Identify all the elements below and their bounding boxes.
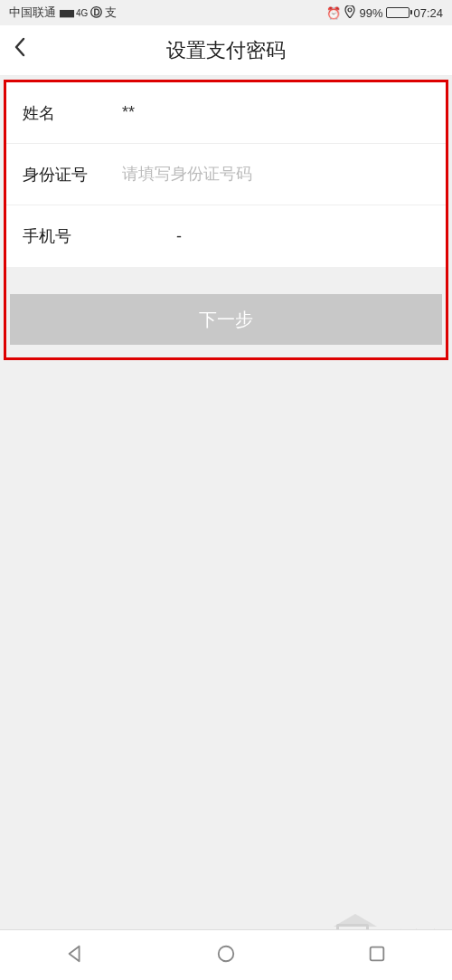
signal-icon: ▮▮▮▮: [59, 7, 73, 19]
idcard-label: 身份证号: [23, 164, 122, 186]
back-button[interactable]: [13, 36, 27, 64]
battery-pct: 99%: [359, 6, 382, 20]
location-icon: [344, 5, 355, 21]
page-header: 设置支付密码: [0, 25, 452, 76]
idcard-input[interactable]: [122, 165, 429, 184]
nav-home-icon[interactable]: [216, 944, 236, 967]
carrier-text: 中国联通: [9, 5, 56, 21]
status-bar: 中国联通 ▮▮▮▮ 4G Ⓓ 支 ⏰ 99% 07:24: [0, 0, 452, 25]
status-left: 中国联通 ▮▮▮▮ 4G Ⓓ 支: [9, 5, 117, 21]
svg-point-0: [219, 946, 234, 961]
status-right: ⏰ 99% 07:24: [326, 5, 443, 21]
clock-time: 07:24: [413, 6, 443, 20]
didi-icon: Ⓓ: [90, 5, 102, 21]
name-input[interactable]: [122, 103, 429, 122]
android-nav-bar: [0, 929, 452, 980]
idcard-row: 身份证号: [6, 144, 446, 205]
battery-icon: [386, 7, 410, 18]
page-title: 设置支付密码: [0, 37, 452, 64]
phone-row: 手机号: [6, 205, 446, 267]
svg-rect-1: [370, 947, 383, 960]
name-label: 姓名: [23, 102, 122, 124]
next-button[interactable]: 下一步: [10, 294, 442, 345]
phone-input[interactable]: [122, 227, 429, 246]
network-text: 4G: [76, 8, 88, 18]
phone-label: 手机号: [23, 225, 122, 247]
highlight-annotation: 姓名 身份证号 手机号 下一步: [4, 80, 448, 360]
nav-back-icon[interactable]: [65, 944, 85, 967]
name-row: 姓名: [6, 82, 446, 144]
nav-recent-icon[interactable]: [367, 944, 387, 967]
alarm-icon: ⏰: [326, 6, 341, 20]
alipay-icon: 支: [105, 5, 117, 21]
form-spacer: [6, 267, 446, 294]
